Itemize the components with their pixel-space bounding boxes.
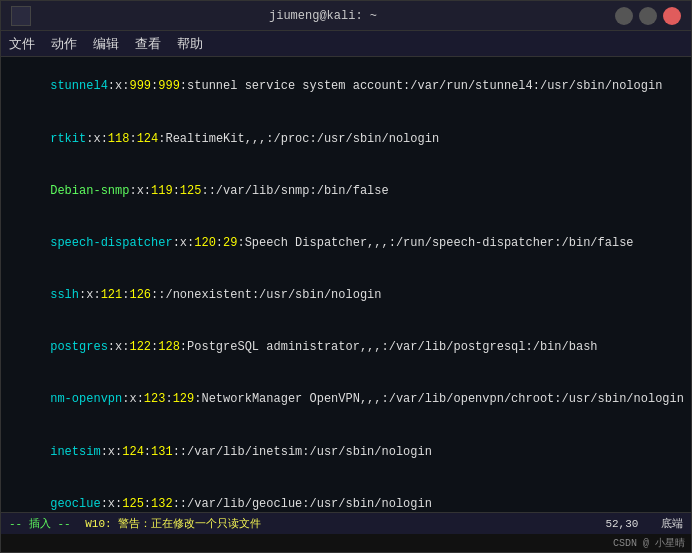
terminal-line: postgres:x:122:128:PostgreSQL administra… bbox=[7, 322, 685, 374]
terminal-line: speech-dispatcher:x:120:29:Speech Dispat… bbox=[7, 218, 685, 270]
footer-bar: CSDN @ 小星晴 bbox=[1, 534, 691, 552]
terminal-line: nm-openvpn:x:123:129:NetworkManager Open… bbox=[7, 374, 685, 426]
terminal-content[interactable]: stunnel4:x:999:999:stunnel service syste… bbox=[1, 57, 691, 512]
cursor-position: 52,30 bbox=[605, 518, 638, 530]
close-button[interactable] bbox=[663, 7, 681, 25]
terminal-line: rtkit:x:118:124:RealtimeKit,,,:/proc:/us… bbox=[7, 113, 685, 165]
menu-bar: 文件 动作 编辑 查看 帮助 bbox=[1, 31, 691, 57]
terminal-line: Debian-snmp:x:119:125::/var/lib/snmp:/bi… bbox=[7, 165, 685, 217]
status-left: -- 插入 -- W10: 警告：正在修改一个只读文件 bbox=[9, 516, 261, 531]
menu-edit[interactable]: 编辑 bbox=[93, 35, 119, 53]
position-indicator: 底端 bbox=[661, 518, 683, 530]
vim-mode: -- 插入 -- bbox=[9, 518, 71, 530]
window-title: jiumeng@kali: ~ bbox=[269, 9, 377, 23]
status-right: 52,30 底端 bbox=[605, 516, 683, 531]
footer-source: CSDN @ 小星晴 bbox=[613, 536, 685, 550]
maximize-button[interactable] bbox=[639, 7, 657, 25]
terminal-line: stunnel4:x:999:999:stunnel service syste… bbox=[7, 61, 685, 113]
status-bar: -- 插入 -- W10: 警告：正在修改一个只读文件 52,30 底端 bbox=[1, 512, 691, 534]
menu-view[interactable]: 查看 bbox=[135, 35, 161, 53]
window-controls bbox=[615, 7, 681, 25]
title-bar: jiumeng@kali: ~ bbox=[1, 1, 691, 31]
status-warning: W10: 警告：正在修改一个只读文件 bbox=[85, 518, 261, 530]
menu-action[interactable]: 动作 bbox=[51, 35, 77, 53]
menu-help[interactable]: 帮助 bbox=[177, 35, 203, 53]
terminal-line: inetsim:x:124:131::/var/lib/inetsim:/usr… bbox=[7, 426, 685, 478]
menu-file[interactable]: 文件 bbox=[9, 35, 35, 53]
terminal-window: jiumeng@kali: ~ 文件 动作 编辑 查看 帮助 stunnel4:… bbox=[0, 0, 692, 553]
terminal-line: sslh:x:121:126::/nonexistent:/usr/sbin/n… bbox=[7, 270, 685, 322]
terminal-line: geoclue:x:125:132::/var/lib/geoclue:/usr… bbox=[7, 478, 685, 512]
minimize-button[interactable] bbox=[615, 7, 633, 25]
window-icon bbox=[11, 6, 31, 26]
